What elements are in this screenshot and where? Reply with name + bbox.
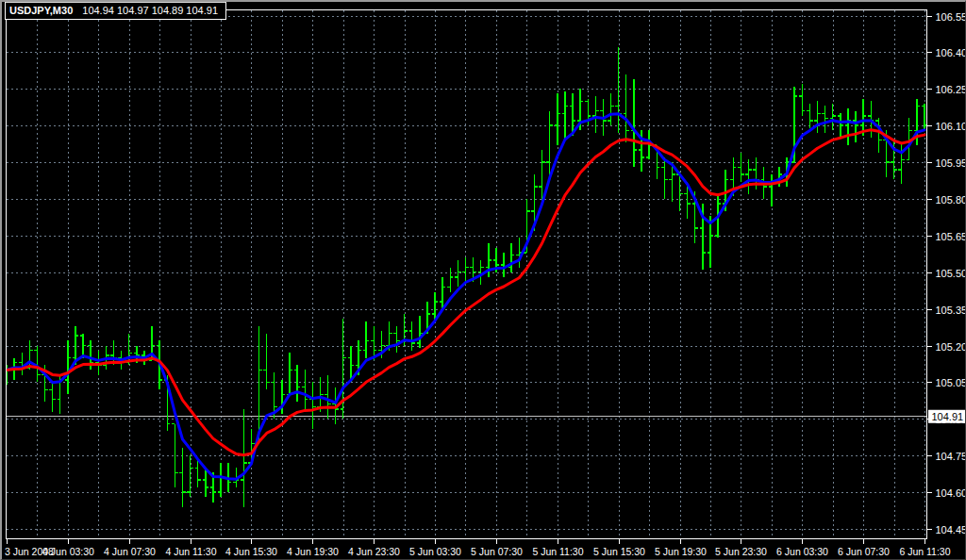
current-price-value: 104.91 — [932, 411, 964, 422]
price-axis-label: 106.55 — [936, 11, 966, 23]
price-axis-label: 106.25 — [936, 84, 966, 95]
price-axis-label: 105.80 — [936, 194, 966, 206]
price-axis-label: 104.45 — [936, 524, 966, 535]
price-chart-canvas[interactable]: 106.55106.40106.25106.10105.95105.80105.… — [2, 2, 965, 559]
time-axis-label: 4 Jun 03:30 — [42, 546, 94, 557]
time-axis-label: 6 Jun 07:30 — [838, 546, 890, 557]
time-axis-label: 6 Jun 03:30 — [776, 546, 828, 557]
price-axis-label: 105.50 — [936, 268, 966, 279]
price-axis-label: 105.65 — [936, 231, 966, 242]
price-axis-label: 104.75 — [936, 451, 966, 462]
price-axis-label: 105.35 — [936, 305, 966, 316]
time-axis-label: 4 Jun 15:30 — [225, 546, 277, 557]
chart-symbol-period: USDJPY,M30 — [9, 5, 73, 16]
price-axis-label: 106.40 — [936, 47, 966, 58]
price-axis-label: 105.95 — [936, 157, 966, 169]
time-axis-label: 5 Jun 15:30 — [593, 546, 645, 557]
price-axis-label: 105.20 — [936, 341, 966, 353]
time-axis-label: 5 Jun 19:30 — [655, 546, 707, 557]
time-axis-label: 4 Jun 23:30 — [348, 546, 400, 557]
time-axis-label: 5 Jun 03:30 — [409, 546, 461, 557]
price-axis-label: 104.60 — [936, 487, 966, 499]
time-axis-label: 5 Jun 07:30 — [471, 546, 523, 557]
time-axis-label: 5 Jun 23:30 — [715, 546, 767, 557]
price-axis-label: 105.05 — [936, 377, 966, 388]
current-price-box: 104.91 — [928, 410, 965, 423]
chart-ohlc-readout: 104.94 104.97 104.89 104.91 — [82, 5, 218, 16]
chart-title: USDJPY,M30104.94 104.97 104.89 104.91 — [5, 2, 226, 20]
price-axis-label: 106.10 — [936, 121, 966, 132]
chart-window: 106.55106.40106.25106.10105.95105.80105.… — [0, 0, 966, 560]
time-axis-label: 6 Jun 11:30 — [899, 546, 950, 557]
time-axis-label: 4 Jun 11:30 — [165, 546, 216, 557]
time-axis-label: 4 Jun 19:30 — [287, 546, 339, 557]
chart-plot-area[interactable] — [7, 10, 927, 539]
time-axis-label: 5 Jun 11:30 — [532, 546, 583, 557]
time-axis-label: 4 Jun 07:30 — [104, 546, 156, 557]
